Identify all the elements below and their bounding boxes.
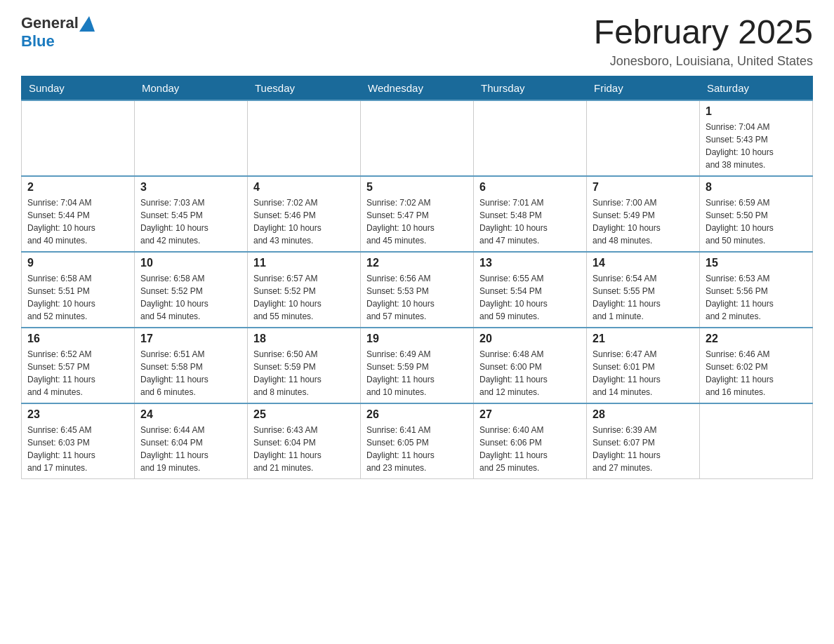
calendar-table: SundayMondayTuesdayWednesdayThursdayFrid…	[21, 76, 813, 479]
calendar-week-row: 2Sunrise: 7:04 AMSunset: 5:44 PMDaylight…	[22, 176, 813, 252]
day-number: 8	[706, 181, 807, 194]
day-info: Sunrise: 6:40 AMSunset: 6:06 PMDaylight:…	[479, 424, 581, 474]
day-number: 1	[706, 105, 807, 118]
calendar-day-cell: 7Sunrise: 7:00 AMSunset: 5:49 PMDaylight…	[587, 176, 700, 252]
calendar-day-cell: 1Sunrise: 7:04 AMSunset: 5:43 PMDaylight…	[700, 100, 813, 176]
calendar-day-header: Friday	[587, 76, 700, 100]
day-number: 25	[253, 408, 355, 421]
calendar-day-header: Tuesday	[248, 76, 361, 100]
day-info: Sunrise: 7:03 AMSunset: 5:45 PMDaylight:…	[140, 196, 241, 247]
calendar-day-cell: 16Sunrise: 6:52 AMSunset: 5:57 PMDayligh…	[22, 328, 135, 403]
day-info: Sunrise: 6:50 AMSunset: 5:59 PMDaylight:…	[253, 348, 355, 398]
logo-general-text: General	[21, 14, 79, 32]
day-info: Sunrise: 7:02 AMSunset: 5:47 PMDaylight:…	[366, 196, 468, 247]
day-number: 23	[27, 408, 128, 421]
calendar-day-cell: 23Sunrise: 6:45 AMSunset: 6:03 PMDayligh…	[22, 403, 135, 479]
calendar-day-cell: 17Sunrise: 6:51 AMSunset: 5:58 PMDayligh…	[135, 328, 248, 403]
calendar-day-cell: 27Sunrise: 6:40 AMSunset: 6:06 PMDayligh…	[474, 403, 587, 479]
day-number: 20	[479, 333, 581, 345]
day-info: Sunrise: 6:41 AMSunset: 6:05 PMDaylight:…	[366, 424, 468, 474]
day-number: 21	[593, 333, 694, 345]
day-number: 7	[593, 181, 694, 194]
day-number: 11	[253, 257, 355, 269]
calendar-day-header: Saturday	[700, 76, 813, 100]
calendar-day-cell: 10Sunrise: 6:58 AMSunset: 5:52 PMDayligh…	[135, 252, 248, 328]
logo-blue-text: Blue	[21, 32, 55, 50]
day-number: 15	[706, 257, 807, 269]
day-info: Sunrise: 6:46 AMSunset: 6:02 PMDaylight:…	[706, 348, 807, 398]
calendar-week-row: 1Sunrise: 7:04 AMSunset: 5:43 PMDaylight…	[22, 100, 813, 176]
day-number: 19	[366, 333, 468, 345]
day-info: Sunrise: 6:39 AMSunset: 6:07 PMDaylight:…	[593, 424, 694, 474]
calendar-day-cell: 14Sunrise: 6:54 AMSunset: 5:55 PMDayligh…	[587, 252, 700, 328]
day-number: 17	[140, 333, 241, 345]
calendar-week-row: 9Sunrise: 6:58 AMSunset: 5:51 PMDaylight…	[22, 252, 813, 328]
day-info: Sunrise: 6:59 AMSunset: 5:50 PMDaylight:…	[706, 196, 807, 247]
day-number: 6	[479, 181, 581, 194]
day-info: Sunrise: 6:53 AMSunset: 5:56 PMDaylight:…	[706, 272, 807, 323]
calendar-day-cell	[248, 100, 361, 176]
day-info: Sunrise: 7:01 AMSunset: 5:48 PMDaylight:…	[479, 196, 581, 247]
day-info: Sunrise: 6:43 AMSunset: 6:04 PMDaylight:…	[253, 424, 355, 474]
day-number: 24	[140, 408, 241, 421]
day-number: 3	[140, 181, 241, 194]
location-subtitle: Jonesboro, Louisiana, United States	[594, 54, 813, 69]
day-info: Sunrise: 6:44 AMSunset: 6:04 PMDaylight:…	[140, 424, 241, 474]
calendar-day-cell: 21Sunrise: 6:47 AMSunset: 6:01 PMDayligh…	[587, 328, 700, 403]
day-number: 12	[366, 257, 468, 269]
calendar-day-cell: 2Sunrise: 7:04 AMSunset: 5:44 PMDaylight…	[22, 176, 135, 252]
calendar-day-cell	[135, 100, 248, 176]
calendar-day-cell	[587, 100, 700, 176]
day-info: Sunrise: 7:04 AMSunset: 5:43 PMDaylight:…	[706, 121, 807, 171]
day-info: Sunrise: 6:57 AMSunset: 5:52 PMDaylight:…	[253, 272, 355, 323]
day-number: 28	[593, 408, 694, 421]
day-info: Sunrise: 6:55 AMSunset: 5:54 PMDaylight:…	[479, 272, 581, 323]
calendar-day-cell: 13Sunrise: 6:55 AMSunset: 5:54 PMDayligh…	[474, 252, 587, 328]
day-info: Sunrise: 6:56 AMSunset: 5:53 PMDaylight:…	[366, 272, 468, 323]
calendar-day-cell: 6Sunrise: 7:01 AMSunset: 5:48 PMDaylight…	[474, 176, 587, 252]
page-header: General Blue February 2025 Jonesboro, Lo…	[21, 14, 813, 69]
calendar-day-cell	[22, 100, 135, 176]
day-info: Sunrise: 6:47 AMSunset: 6:01 PMDaylight:…	[593, 348, 694, 398]
calendar-day-cell	[474, 100, 587, 176]
day-info: Sunrise: 6:52 AMSunset: 5:57 PMDaylight:…	[27, 348, 128, 398]
day-number: 26	[366, 408, 468, 421]
day-info: Sunrise: 7:02 AMSunset: 5:46 PMDaylight:…	[253, 196, 355, 247]
calendar-day-cell: 20Sunrise: 6:48 AMSunset: 6:00 PMDayligh…	[474, 328, 587, 403]
calendar-day-cell: 3Sunrise: 7:03 AMSunset: 5:45 PMDaylight…	[135, 176, 248, 252]
month-title: February 2025	[594, 14, 813, 51]
calendar-day-cell: 5Sunrise: 7:02 AMSunset: 5:47 PMDaylight…	[361, 176, 474, 252]
logo-triangle-icon	[79, 16, 95, 32]
day-info: Sunrise: 6:48 AMSunset: 6:00 PMDaylight:…	[479, 348, 581, 398]
calendar-day-header: Sunday	[22, 76, 135, 100]
calendar-day-cell: 24Sunrise: 6:44 AMSunset: 6:04 PMDayligh…	[135, 403, 248, 479]
calendar-day-cell: 19Sunrise: 6:49 AMSunset: 5:59 PMDayligh…	[361, 328, 474, 403]
day-info: Sunrise: 7:00 AMSunset: 5:49 PMDaylight:…	[593, 196, 694, 247]
calendar-day-cell: 8Sunrise: 6:59 AMSunset: 5:50 PMDaylight…	[700, 176, 813, 252]
calendar-day-cell: 11Sunrise: 6:57 AMSunset: 5:52 PMDayligh…	[248, 252, 361, 328]
day-number: 4	[253, 181, 355, 194]
day-info: Sunrise: 6:54 AMSunset: 5:55 PMDaylight:…	[593, 272, 694, 323]
day-info: Sunrise: 6:58 AMSunset: 5:52 PMDaylight:…	[140, 272, 241, 323]
calendar-day-cell: 25Sunrise: 6:43 AMSunset: 6:04 PMDayligh…	[248, 403, 361, 479]
day-number: 16	[27, 333, 128, 345]
day-number: 5	[366, 181, 468, 194]
calendar-day-header: Thursday	[474, 76, 587, 100]
logo: General Blue	[21, 14, 95, 51]
day-number: 18	[253, 333, 355, 345]
calendar-day-cell: 26Sunrise: 6:41 AMSunset: 6:05 PMDayligh…	[361, 403, 474, 479]
title-block: February 2025 Jonesboro, Louisiana, Unit…	[594, 14, 813, 69]
day-info: Sunrise: 6:51 AMSunset: 5:58 PMDaylight:…	[140, 348, 241, 398]
day-number: 27	[479, 408, 581, 421]
calendar-week-row: 23Sunrise: 6:45 AMSunset: 6:03 PMDayligh…	[22, 403, 813, 479]
calendar-week-row: 16Sunrise: 6:52 AMSunset: 5:57 PMDayligh…	[22, 328, 813, 403]
day-number: 22	[706, 333, 807, 345]
day-info: Sunrise: 6:49 AMSunset: 5:59 PMDaylight:…	[366, 348, 468, 398]
calendar-header-row: SundayMondayTuesdayWednesdayThursdayFrid…	[22, 76, 813, 100]
day-info: Sunrise: 6:45 AMSunset: 6:03 PMDaylight:…	[27, 424, 128, 474]
calendar-day-cell: 15Sunrise: 6:53 AMSunset: 5:56 PMDayligh…	[700, 252, 813, 328]
calendar-day-cell: 28Sunrise: 6:39 AMSunset: 6:07 PMDayligh…	[587, 403, 700, 479]
day-number: 2	[27, 181, 128, 194]
calendar-day-cell: 22Sunrise: 6:46 AMSunset: 6:02 PMDayligh…	[700, 328, 813, 403]
day-info: Sunrise: 7:04 AMSunset: 5:44 PMDaylight:…	[27, 196, 128, 247]
